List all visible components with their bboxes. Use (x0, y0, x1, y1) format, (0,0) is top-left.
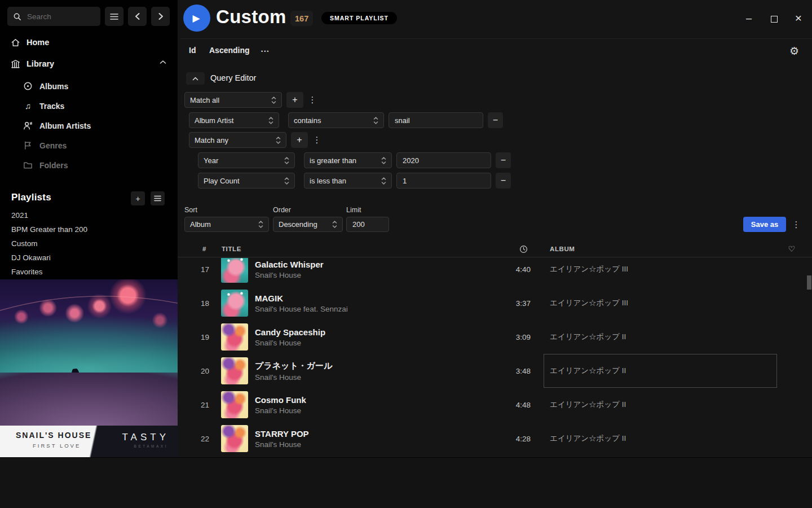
playlist-play-button[interactable]: ▶ (183, 5, 210, 32)
album-cell[interactable]: エイリアン☆ポップ III (548, 286, 777, 320)
rule-value-input[interactable] (396, 152, 491, 168)
album-cell[interactable]: エイリアン☆ポップ III (548, 258, 777, 286)
sidebar-item-folders[interactable]: Folders (0, 155, 178, 175)
sidebar-item-label: Library (27, 59, 54, 68)
minus-icon: − (493, 115, 498, 125)
sidebar-item-label: Albums (39, 82, 68, 91)
nav-back-button[interactable] (128, 7, 147, 26)
rule-operator-select[interactable]: contains (288, 112, 384, 128)
page-title: Custom (216, 6, 286, 28)
playlist-item[interactable]: BPM Greater than 200 (0, 222, 178, 237)
playlist-list: 2021 BPM Greater than 200 Custom DJ Okaw… (0, 208, 178, 279)
more-options-icon[interactable]: ••• (261, 49, 270, 54)
remove-rule-button[interactable]: − (488, 112, 503, 128)
column-header-album[interactable]: ALBUM (548, 246, 777, 252)
table-row[interactable]: 20 プラネット・ガール Snail's House 3:48 エイリアン☆ポッ… (178, 354, 812, 388)
add-rule-button[interactable]: + (286, 92, 303, 108)
add-rule-button[interactable]: + (291, 132, 308, 148)
table-row[interactable]: 18 MAGIK Snail's House feat. Sennzai 3:3… (178, 286, 812, 320)
chevron-up-icon[interactable] (160, 60, 166, 64)
remove-rule-button[interactable]: − (496, 152, 511, 168)
playlist-item[interactable]: 2021 (0, 208, 178, 222)
add-playlist-button[interactable]: + (131, 191, 145, 205)
rule-operator-select[interactable]: is greater than (304, 152, 392, 168)
album-cell[interactable]: エイリアン☆ポップ II (548, 388, 777, 422)
table-header: # TITLE ALBUM ♡ (178, 241, 812, 257)
search-input[interactable] (26, 12, 88, 21)
column-header-index[interactable]: # (178, 246, 221, 252)
select-value: Match all (190, 96, 219, 104)
scrollbar-thumb[interactable] (807, 275, 811, 290)
music-app-window: Home Library Albums ♫ (0, 0, 812, 508)
remove-rule-button[interactable]: − (496, 173, 511, 189)
menu-button[interactable] (105, 7, 123, 26)
sort-select[interactable]: Album (184, 217, 269, 232)
rule-operator-select[interactable]: is less than (304, 173, 392, 189)
heart-icon[interactable]: ♡ (788, 244, 795, 253)
rule-value-input[interactable] (389, 112, 483, 128)
track-duration: 3:48 (484, 367, 535, 375)
save-menu-icon[interactable]: ⋮ (791, 217, 801, 232)
nav-forward-button[interactable] (151, 7, 170, 26)
track-artist: Snail's House (255, 339, 484, 347)
limit-input[interactable] (346, 217, 389, 232)
track-artist: Snail's House (255, 271, 484, 279)
play-icon: ▶ (192, 12, 200, 24)
sidebar-item-album-artists[interactable]: Album Artists (0, 116, 178, 135)
match-type-select[interactable]: Match any (189, 132, 286, 148)
save-as-button[interactable]: Save as (743, 217, 786, 232)
window-close-button[interactable]: × (792, 11, 805, 25)
banner-artist: SNAIL'S HOUSE (16, 431, 91, 440)
sidebar-nav: Home Library Albums ♫ (0, 32, 178, 175)
match-type-select[interactable]: Match all (184, 92, 282, 108)
group-menu-icon[interactable]: ⋮ (312, 132, 321, 148)
select-value: Play Count (204, 177, 240, 185)
sidebar-item-albums[interactable]: Albums (0, 76, 178, 96)
table-row[interactable]: 21 Cosmo Funk Snail's House 4:48 エイリアン☆ポ… (178, 388, 812, 422)
rule-value-input[interactable] (396, 173, 491, 189)
select-updown-icon (381, 177, 386, 185)
sidebar-item-label: Tracks (39, 102, 64, 111)
sidebar-item-library[interactable]: Library (0, 53, 178, 75)
window-maximize-button[interactable] (768, 14, 780, 25)
plus-icon: + (292, 95, 297, 105)
playlist-item[interactable]: Favorites (0, 265, 178, 279)
select-updown-icon (276, 136, 281, 144)
playlist-list-button[interactable] (151, 191, 165, 205)
playlist-item[interactable]: Custom (0, 237, 178, 251)
sidebar-item-tracks[interactable]: ♫ Tracks (0, 96, 178, 116)
rule-field-select[interactable]: Play Count (198, 173, 295, 189)
sidebar-item-genres[interactable]: Genres (0, 135, 178, 155)
table-row[interactable]: 19 Candy Spaceship Snail's House 3:09 エイ… (178, 320, 812, 354)
search-box[interactable] (7, 7, 100, 26)
track-duration: 4:28 (484, 435, 535, 443)
album-cell[interactable]: エイリアン☆ポップ II (548, 354, 777, 388)
playlist-item[interactable]: DJ Okawari (0, 251, 178, 265)
track-artist: Snail's House (255, 406, 484, 415)
album-art-banner: SNAIL'S HOUSE FIRST LOVE TASTY BETAMAXI (0, 426, 178, 457)
clock-icon[interactable] (519, 245, 528, 253)
column-header-title[interactable]: TITLE (221, 246, 484, 252)
table-row[interactable]: 17 Galactic Whisper Snail's House 4:40 エ… (178, 258, 812, 286)
group-menu-icon[interactable]: ⋮ (308, 92, 317, 108)
order-select[interactable]: Descending (273, 217, 343, 232)
track-title: MAGIK (255, 294, 484, 303)
table-row[interactable]: 22 STARRY POP Snail's House 4:28 エイリアン☆ポ… (178, 422, 812, 456)
header-divider (180, 38, 812, 39)
sidebar-item-home[interactable]: Home (0, 32, 178, 53)
query-editor-collapse-button[interactable] (186, 72, 205, 85)
rule-field-select[interactable]: Album Artist (189, 112, 279, 128)
gear-icon[interactable]: ⚙ (789, 45, 799, 58)
album-name: エイリアン☆ポップ II (550, 400, 626, 410)
sort-field-button[interactable]: Id (189, 46, 196, 55)
album-cell[interactable]: エイリアン☆ポップ II (548, 320, 777, 354)
track-artist: Snail's House (255, 373, 484, 382)
album-art-thumbnail (221, 323, 248, 351)
track-title: プラネット・ガール (255, 361, 484, 371)
window-minimize-button[interactable]: – (743, 12, 755, 24)
rule-field-select[interactable]: Year (198, 152, 295, 168)
sort-direction-button[interactable]: Ascending (209, 46, 250, 55)
select-value: Album (190, 220, 211, 229)
album-cell[interactable]: エイリアン☆ポップ II (548, 422, 777, 456)
track-number: 18 (178, 299, 221, 308)
